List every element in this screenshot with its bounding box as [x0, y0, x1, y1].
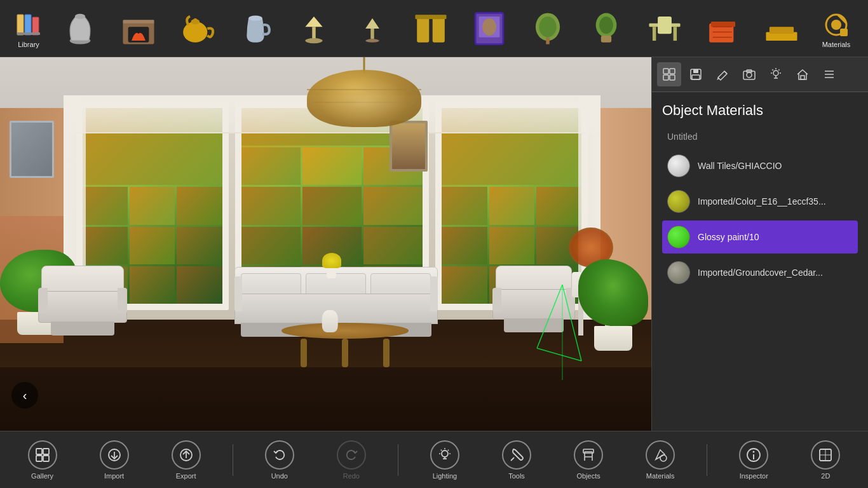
tools-button[interactable]: Tools	[491, 435, 542, 485]
gallery-button[interactable]: Gallery	[17, 435, 68, 485]
svg-rect-26	[546, 37, 549, 44]
2d-label: 2D	[821, 472, 830, 480]
material-name-0: Wall Tiles/GHIACCIO	[698, 161, 782, 171]
library-icon	[13, 9, 44, 41]
redo-label: Redo	[343, 472, 360, 480]
obj-pitcher[interactable]	[236, 10, 275, 48]
divider-3	[707, 444, 707, 476]
svg-rect-14	[312, 27, 315, 39]
export-button[interactable]: Export	[161, 435, 212, 485]
svg-point-73	[442, 451, 448, 457]
svg-rect-41	[770, 27, 794, 34]
2d-icon	[811, 440, 840, 470]
home-tool-btn[interactable]	[790, 62, 815, 86]
divider-1	[233, 444, 233, 476]
svg-point-15	[305, 38, 322, 43]
import-label: Import	[104, 472, 124, 480]
material-name-1: Imported/Color_E16__1eccf35...	[698, 196, 826, 207]
svg-rect-0	[17, 15, 24, 35]
camera-tool-btn[interactable]	[737, 62, 761, 86]
svg-rect-68	[43, 456, 49, 461]
inspector-button[interactable]: Inspector	[728, 435, 779, 485]
obj-crate[interactable]	[704, 10, 742, 48]
material-item-3[interactable]: Imported/Groundcover_Cedar...	[662, 256, 858, 289]
tools-icon	[502, 440, 531, 470]
objects-icon	[574, 440, 603, 470]
svg-rect-33	[674, 27, 677, 41]
list-tool-btn[interactable]	[817, 62, 841, 86]
svg-rect-17	[370, 29, 374, 39]
obj-lamp2[interactable]	[353, 10, 391, 48]
gallery-label: Gallery	[31, 472, 53, 480]
main-area: ‹	[0, 57, 868, 431]
material-item-1[interactable]: Imported/Color_E16__1eccf35...	[662, 185, 858, 218]
room-scene: ‹	[0, 57, 651, 431]
svg-rect-67	[36, 456, 42, 461]
right-panel: Object Materials Untitled Wall Tiles/GHI…	[651, 57, 868, 431]
svg-rect-8	[123, 20, 154, 23]
svg-point-58	[747, 72, 752, 78]
undo-button[interactable]: Undo	[254, 435, 305, 485]
svg-rect-21	[415, 15, 446, 19]
material-item-2[interactable]: Glossy paint/10	[662, 220, 858, 254]
obj-curtains[interactable]	[412, 10, 450, 48]
obj-platform[interactable]	[763, 10, 801, 48]
table-vase	[322, 310, 337, 332]
tools-label: Tools	[508, 472, 525, 480]
coffee-table	[281, 323, 409, 367]
svg-point-24	[482, 18, 496, 35]
nav-arrow-back[interactable]: ‹	[11, 382, 38, 409]
svg-line-47	[537, 348, 581, 361]
svg-point-60	[773, 71, 778, 76]
library-label: Library	[18, 41, 39, 48]
panel-title: Object Materials	[662, 102, 858, 119]
svg-point-5	[75, 13, 85, 18]
selection-indicator	[531, 285, 594, 380]
svg-rect-1	[25, 15, 31, 35]
obj-fireplace[interactable]	[119, 10, 158, 48]
svg-rect-34	[658, 16, 672, 33]
obj-lamp1[interactable]	[295, 10, 333, 48]
materials-bottom-button[interactable]: Materials	[635, 435, 686, 485]
obj-teapot[interactable]	[178, 10, 216, 48]
svg-point-12	[248, 15, 262, 20]
redo-button[interactable]: Redo	[326, 435, 377, 485]
obj-vase[interactable]	[61, 10, 99, 48]
objects-strip	[51, 3, 811, 54]
svg-rect-49	[663, 69, 668, 74]
viewport[interactable]: ‹	[0, 57, 651, 431]
obj-painting[interactable]	[470, 10, 508, 48]
transform-tool-btn[interactable]	[657, 62, 681, 86]
armchair-left	[38, 266, 127, 336]
paint-tool-btn[interactable]	[710, 62, 735, 86]
materials-icon	[820, 9, 852, 41]
obj-table-set[interactable]	[646, 10, 684, 48]
flower-vase	[322, 253, 341, 278]
svg-rect-20	[433, 16, 445, 42]
obj-plant-small[interactable]	[587, 10, 625, 48]
materials-label: Materials	[822, 41, 851, 48]
import-button[interactable]: Import	[89, 435, 140, 485]
obj-plant-tree[interactable]	[529, 10, 567, 48]
svg-rect-65	[36, 449, 42, 454]
svg-line-46	[562, 285, 581, 361]
plant-pot-right	[594, 326, 633, 351]
svg-rect-50	[670, 69, 675, 74]
svg-rect-52	[670, 75, 675, 80]
save-tool-btn[interactable]	[684, 62, 708, 86]
svg-rect-44	[840, 29, 848, 36]
materials-bottom-label: Materials	[646, 472, 675, 480]
objects-button[interactable]: Objects	[563, 435, 614, 485]
divider-2	[398, 444, 398, 476]
svg-point-11	[194, 18, 197, 21]
library-button[interactable]: Library	[6, 3, 51, 54]
material-item-0[interactable]: Wall Tiles/GHIACCIO	[662, 149, 858, 182]
materials-button[interactable]: Materials	[811, 3, 862, 54]
svg-rect-36	[711, 22, 735, 27]
svg-point-81	[753, 451, 755, 452]
lighting-button[interactable]: Lighting	[419, 435, 470, 485]
lighting-label: Lighting	[433, 472, 458, 480]
2d-button[interactable]: 2D	[800, 435, 851, 485]
panel-content: Object Materials Untitled Wall Tiles/GHI…	[652, 92, 868, 431]
light-tool-btn[interactable]	[764, 62, 788, 86]
